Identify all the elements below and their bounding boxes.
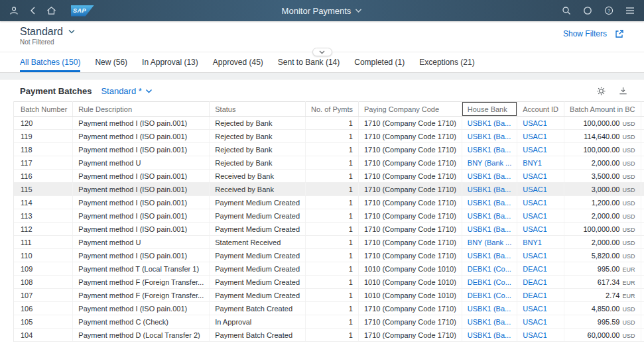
col-paying-company-code[interactable]: Paying Company Code [358, 102, 462, 117]
batch-amount-cell: 5,820.00USD [564, 249, 641, 262]
house-bank-link[interactable]: BNY (Bank ... [468, 159, 511, 167]
house-bank-link[interactable]: DEBK1 (Co... [468, 278, 511, 286]
table-row[interactable]: 110 Payment method I (ISO pain.001) Paym… [14, 249, 644, 262]
account-id-cell: USAC1 [517, 209, 564, 223]
house-bank-link[interactable]: USBK1 (Ba... [468, 225, 511, 233]
menu-icon[interactable] [625, 7, 635, 15]
col-batch-number[interactable]: Batch Number [14, 102, 73, 117]
user-icon[interactable] [9, 6, 19, 15]
account-id-link[interactable]: USAC1 [523, 119, 547, 127]
currency-code: USD [622, 187, 635, 193]
tab-item[interactable]: Completed (1) [354, 52, 405, 72]
account-id-link[interactable]: USAC1 [523, 146, 547, 154]
table-row[interactable]: 120 Payment method I (ISO pain.001) Reje… [14, 117, 644, 130]
account-id-link[interactable]: DEAC1 [523, 291, 547, 299]
table-row[interactable]: 104 Payment method D (Local Transfer 2) … [14, 329, 644, 342]
account-id-link[interactable]: USAC1 [523, 199, 547, 207]
col-account-id[interactable]: Account ID [517, 102, 564, 117]
tab-item[interactable]: Sent to Bank (14) [278, 52, 340, 72]
paying-company-code-cell: 1710 (Company Code 1710) [358, 209, 462, 223]
tab-item[interactable]: Exceptions (21) [419, 52, 474, 72]
table-row[interactable]: 114 Payment method I (ISO pain.001) Paym… [14, 196, 644, 209]
app-title-chevron-down-icon[interactable] [355, 8, 362, 13]
tab-item[interactable]: In Approval (13) [142, 52, 198, 72]
rule-description-cell: Payment method U [73, 236, 210, 249]
back-icon[interactable] [29, 6, 36, 15]
account-id-link[interactable]: BNY1 [523, 159, 542, 167]
variant-chevron-down-icon [68, 29, 76, 34]
no-of-pymts-cell: 1 [306, 196, 359, 209]
house-bank-link[interactable]: BNY (Bank ... [468, 238, 511, 246]
table-row[interactable]: 113 Payment method I (ISO pain.001) Paym… [14, 209, 644, 223]
account-id-link[interactable]: USAC1 [523, 172, 547, 180]
account-id-link[interactable]: USAC1 [523, 318, 547, 326]
house-bank-link[interactable]: USBK1 (Ba... [468, 172, 511, 180]
house-bank-link[interactable]: USBK1 (Ba... [468, 132, 511, 140]
account-id-link[interactable]: USAC1 [523, 212, 547, 220]
amount-value: 100,000.00 [583, 225, 619, 233]
show-filters-link[interactable]: Show Filters [563, 29, 607, 38]
house-bank-link[interactable]: DEBK1 (Co... [468, 265, 511, 273]
collapse-header-button[interactable] [312, 48, 332, 56]
house-bank-link[interactable]: USBK1 (Ba... [468, 212, 511, 220]
tab-label: New (56) [95, 58, 127, 67]
house-bank-link[interactable]: USBK1 (Ba... [468, 305, 511, 313]
col-house-bank[interactable]: House Bank [462, 102, 517, 117]
table-variant-selector[interactable]: Standard * [101, 86, 152, 96]
account-id-link[interactable]: USAC1 [523, 132, 547, 140]
account-id-link[interactable]: USAC1 [523, 331, 547, 339]
account-id-cell: DEAC1 [517, 262, 564, 276]
col-batch-amount[interactable]: Batch Amount in BC [564, 102, 641, 117]
status-cell: Payment Medium Created [210, 209, 306, 223]
account-id-link[interactable]: USAC1 [523, 252, 547, 260]
house-bank-link[interactable]: USBK1 (Ba... [468, 318, 511, 326]
house-bank-link[interactable]: USBK1 (Ba... [468, 119, 511, 127]
settings-gear-icon[interactable] [596, 86, 606, 96]
account-id-link[interactable]: DEAC1 [523, 265, 547, 273]
house-bank-link[interactable]: USBK1 (Ba... [468, 252, 511, 260]
home-icon[interactable] [46, 6, 56, 15]
help-icon[interactable]: ? [604, 6, 613, 15]
app-title[interactable]: Monitor Payments [282, 6, 352, 16]
table-row[interactable]: 109 Payment method T (Local Transfer 1) … [14, 262, 644, 276]
account-id-link[interactable]: USAC1 [523, 185, 547, 193]
batch-number-cell: 112 [14, 223, 73, 236]
tab-item[interactable]: Approved (45) [213, 52, 263, 72]
open-filters-dialog-icon[interactable] [615, 29, 624, 38]
tab-item[interactable]: New (56) [95, 52, 127, 72]
table-row[interactable]: 118 Payment method I (ISO pain.001) Reje… [14, 143, 644, 156]
col-rule-description[interactable]: Rule Description [73, 102, 210, 117]
tab-item[interactable]: All Batches (150) [20, 52, 80, 72]
table-row[interactable]: 111 Payment method U Statement Received … [14, 236, 644, 249]
account-id-link[interactable]: USAC1 [523, 305, 547, 313]
col-status[interactable]: Status [210, 102, 306, 117]
house-bank-link[interactable]: USBK1 (Ba... [468, 331, 511, 339]
table-row[interactable]: 106 Payment method I (ISO pain.001) Paym… [14, 302, 644, 315]
account-id-link[interactable]: USAC1 [523, 225, 547, 233]
search-icon[interactable] [562, 6, 571, 15]
account-id-cell: USAC1 [517, 130, 564, 143]
house-bank-link[interactable]: USBK1 (Ba... [468, 199, 511, 207]
house-bank-link[interactable]: DEBK1 (Co... [468, 291, 511, 299]
house-bank-cell: USBK1 (Ba... [462, 196, 517, 209]
table-row[interactable]: 117 Payment method U Rejected by Bank 1 … [14, 156, 644, 170]
account-id-link[interactable]: BNY1 [523, 238, 542, 246]
col-no-of-pymts[interactable]: No. of Pymts [306, 102, 359, 117]
table-row[interactable]: 119 Payment method I (ISO pain.001) Reje… [14, 130, 644, 143]
export-icon[interactable] [618, 86, 628, 96]
table-row[interactable]: 108 Payment method F (Foreign Transfer..… [14, 276, 644, 289]
house-bank-link[interactable]: USBK1 (Ba... [468, 146, 511, 154]
table-row[interactable]: 116 Payment method I (ISO pain.001) Rece… [14, 170, 644, 183]
table-row[interactable]: 107 Payment method F (Foreign Transfer..… [14, 289, 644, 302]
house-bank-link[interactable]: USBK1 (Ba... [468, 185, 511, 193]
table-row[interactable]: 112 Payment method I (ISO pain.001) Paym… [14, 223, 644, 236]
currency-code: EUR [622, 280, 635, 286]
account-id-link[interactable]: DEAC1 [523, 278, 547, 286]
table-row[interactable]: 115 Payment method I (ISO pain.001) Rece… [14, 183, 644, 196]
paying-company-code-cell: 1710 (Company Code 1710) [358, 156, 462, 170]
col-payment-doc-no[interactable]: Payment doc.no. [641, 102, 644, 117]
copilot-icon[interactable] [583, 6, 592, 15]
variant-selector[interactable]: Standard [20, 26, 76, 38]
table-row[interactable]: 105 Payment method C (Check) In Approval… [14, 315, 644, 329]
sap-logo[interactable]: SAP [71, 5, 94, 17]
